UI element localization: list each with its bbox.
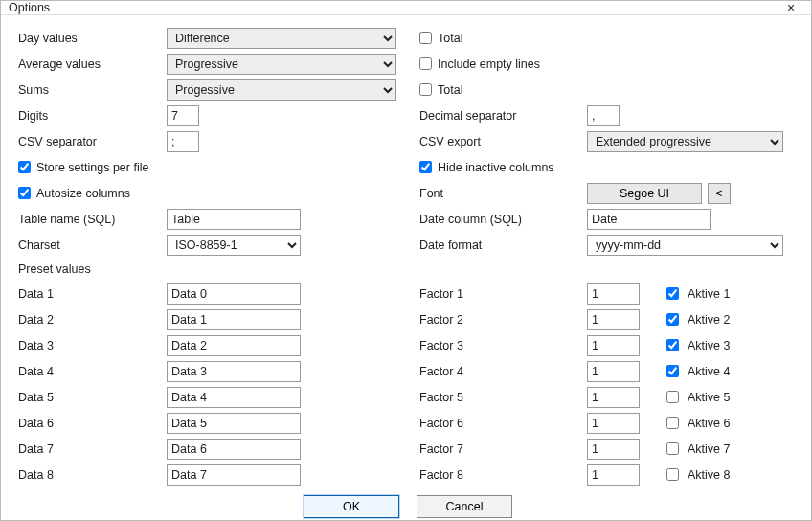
factor-label: Factor 8 (419, 468, 587, 482)
aktive-checkbox[interactable] (666, 365, 679, 377)
day-values-label: Day values (18, 32, 167, 45)
preset-values-label: Preset values (18, 258, 396, 281)
aktive-checkbox[interactable] (666, 417, 679, 429)
data-label: Data 5 (18, 391, 167, 404)
factor-label: Factor 6 (419, 417, 587, 430)
decimal-sep-label: Decimal separator (419, 109, 587, 123)
aktive-label: Aktive 5 (688, 391, 730, 404)
dialog-body: Day values Difference Average values Pro… (1, 15, 811, 521)
csv-export-select[interactable]: Extended progressive (587, 131, 783, 152)
date-column-label: Date column (SQL) (419, 213, 587, 226)
factor-label: Factor 7 (419, 442, 587, 456)
aktive-label: Aktive 1 (688, 287, 730, 301)
aktive-label: Aktive 6 (688, 417, 730, 430)
factor-input[interactable] (587, 309, 640, 330)
options-dialog: Options × Day values Difference Average … (0, 0, 812, 521)
aktive-label: Aktive 3 (688, 339, 730, 352)
titlebar: Options × (1, 1, 811, 15)
data-label: Data 7 (18, 442, 167, 456)
total2-checkbox[interactable] (419, 83, 432, 96)
average-values-select[interactable]: Progressive (167, 54, 396, 75)
factor-input[interactable] (587, 387, 640, 408)
digits-label: Digits (18, 109, 167, 123)
window-title: Options (9, 1, 777, 14)
charset-label: Charset (18, 238, 167, 252)
factor-input[interactable] (587, 464, 640, 486)
data-label: Data 3 (18, 339, 167, 352)
data-input[interactable] (167, 413, 301, 434)
decimal-sep-input[interactable] (587, 105, 620, 126)
aktive-checkbox[interactable] (666, 391, 679, 403)
data-label: Data 8 (18, 468, 167, 482)
autosize-label: Autosize columns (36, 187, 130, 200)
average-values-label: Average values (18, 57, 167, 71)
left-column: Day values Difference Average values Pro… (18, 25, 396, 487)
aktive-label: Aktive 7 (688, 442, 730, 456)
factor-label: Factor 1 (419, 287, 587, 301)
data-label: Data 2 (18, 313, 167, 327)
aktive-checkbox[interactable] (666, 313, 679, 326)
font-browse-button[interactable]: < (708, 183, 731, 204)
hide-inactive-label: Hide inactive columns (438, 161, 554, 174)
factor-label: Factor 2 (419, 313, 587, 327)
store-settings-checkbox[interactable] (18, 161, 31, 173)
data-input[interactable] (167, 464, 301, 486)
date-column-input[interactable] (587, 209, 711, 230)
factor-input[interactable] (587, 335, 640, 356)
aktive-checkbox[interactable] (666, 442, 679, 455)
csv-export-label: CSV export (419, 135, 587, 148)
data-input[interactable] (167, 439, 301, 460)
ok-button[interactable]: OK (304, 495, 399, 518)
font-label: Font (419, 187, 587, 200)
aktive-label: Aktive 2 (688, 313, 730, 327)
factor-input[interactable] (587, 361, 640, 382)
data-input[interactable] (167, 387, 301, 408)
hide-inactive-checkbox[interactable] (419, 161, 432, 173)
factor-label: Factor 4 (419, 365, 587, 378)
date-format-select[interactable]: yyyy-mm-dd (587, 235, 783, 256)
include-empty-label: Include empty lines (438, 57, 540, 71)
table-name-input[interactable] (167, 209, 301, 230)
aktive-checkbox[interactable] (666, 287, 679, 300)
aktive-checkbox[interactable] (666, 339, 679, 351)
digits-input[interactable] (167, 105, 199, 126)
aktive-label: Aktive 4 (688, 365, 730, 378)
csv-separator-input[interactable] (167, 131, 199, 152)
font-button[interactable]: Segoe UI (587, 183, 702, 204)
sums-select[interactable]: Progessive (167, 79, 396, 101)
charset-select[interactable]: ISO-8859-1 (167, 235, 301, 256)
data-input[interactable] (167, 335, 301, 356)
data-label: Data 6 (18, 417, 167, 430)
table-name-label: Table name (SQL) (18, 213, 167, 226)
include-empty-checkbox[interactable] (419, 57, 432, 70)
date-format-label: Date format (419, 238, 587, 252)
factor-label: Factor 5 (419, 391, 587, 404)
data-input[interactable] (167, 283, 301, 305)
autosize-checkbox[interactable] (18, 187, 31, 199)
csv-separator-label: CSV separator (18, 135, 167, 148)
day-values-select[interactable]: Difference (167, 28, 396, 49)
aktive-checkbox[interactable] (666, 468, 679, 481)
close-icon[interactable]: × (777, 1, 805, 14)
sums-label: Sums (18, 83, 167, 97)
store-settings-label: Store settings per file (36, 161, 148, 174)
factor-input[interactable] (587, 439, 640, 460)
dialog-buttons: OK Cancel (18, 487, 798, 521)
data-input[interactable] (167, 361, 301, 382)
data-input[interactable] (167, 309, 301, 330)
cancel-button[interactable]: Cancel (417, 495, 512, 518)
data-label: Data 4 (18, 365, 167, 378)
aktive-label: Aktive 8 (688, 468, 730, 482)
total1-checkbox[interactable] (419, 32, 432, 44)
right-column: Total Include empty lines Total Decimal … (419, 25, 798, 487)
factor-input[interactable] (587, 283, 640, 305)
total1-label: Total (438, 32, 462, 45)
data-label: Data 1 (18, 287, 167, 301)
total2-label: Total (438, 83, 462, 97)
factor-input[interactable] (587, 413, 640, 434)
factor-label: Factor 3 (419, 339, 587, 352)
